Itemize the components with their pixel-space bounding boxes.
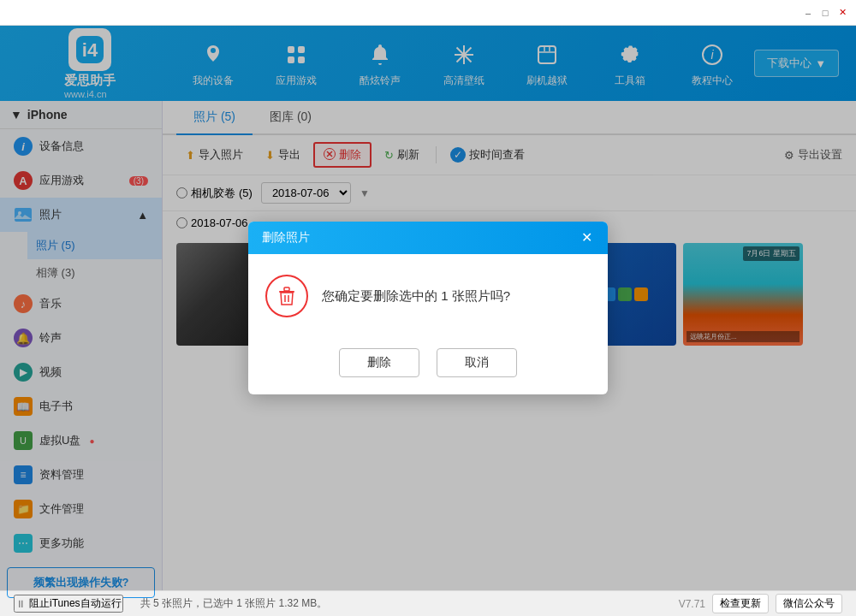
- dialog-title: 删除照片: [262, 230, 310, 246]
- svg-rect-20: [284, 287, 289, 291]
- window-controls[interactable]: – □ ✕: [801, 6, 849, 20]
- dialog-message: 您确定要删除选中的 1 张照片吗?: [322, 288, 510, 305]
- restore-button[interactable]: □: [818, 6, 832, 20]
- close-button[interactable]: ✕: [835, 6, 849, 20]
- dialog-body: 您确定要删除选中的 1 张照片吗?: [248, 254, 608, 338]
- status-right: V7.71 检查更新 微信公众号: [679, 594, 842, 613]
- status-text: 共 5 张照片，已选中 1 张照片 1.32 MB。: [140, 596, 328, 611]
- trash-icon: [265, 275, 308, 317]
- cancel-delete-button[interactable]: 取消: [437, 348, 517, 377]
- stop-icon: ⏸: [15, 598, 26, 610]
- check-update-button[interactable]: 检查更新: [712, 594, 769, 613]
- dialog-overlay: 删除照片 ✕ 您确定要删除选中的 1 张照片吗? 删除 取消: [0, 26, 856, 590]
- wechat-button[interactable]: 微信公众号: [776, 594, 842, 613]
- title-bar: – □ ✕: [0, 0, 856, 26]
- dialog-header: 删除照片 ✕: [248, 222, 608, 254]
- confirm-delete-button[interactable]: 删除: [339, 348, 419, 377]
- stop-itunes-button[interactable]: ⏸ 阻止iTunes自动运行: [14, 595, 123, 613]
- minimize-button[interactable]: –: [801, 6, 815, 20]
- delete-dialog: 删除照片 ✕ 您确定要删除选中的 1 张照片吗? 删除 取消: [248, 222, 608, 394]
- dialog-close-button[interactable]: ✕: [579, 230, 594, 246]
- version-label: V7.71: [679, 598, 705, 610]
- dialog-footer: 删除 取消: [248, 338, 608, 394]
